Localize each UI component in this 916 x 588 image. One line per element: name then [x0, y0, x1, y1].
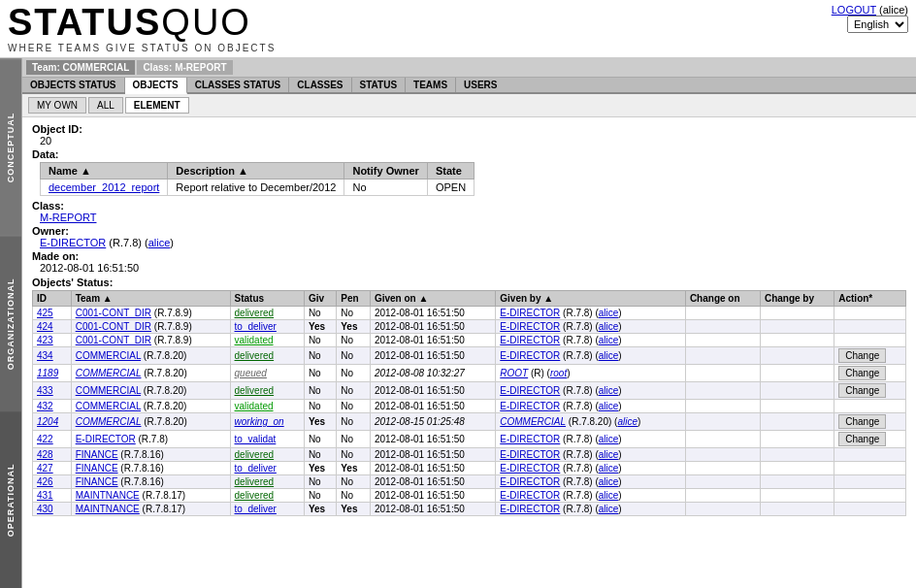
language-dropdown[interactable]: English French [847, 16, 908, 33]
change-button[interactable]: Change [838, 383, 886, 398]
row-id-link[interactable]: 1189 [37, 368, 58, 378]
row-id-link[interactable]: 426 [37, 476, 53, 487]
row-team-link[interactable]: COMMERCIAL [76, 368, 142, 378]
row-status-link[interactable]: working_on [235, 416, 284, 427]
row-given-by-link[interactable]: E-DIRECTOR [500, 449, 560, 460]
row-team-link[interactable]: FINANCE [76, 476, 118, 487]
row-status-link[interactable]: to_deliver [235, 463, 277, 474]
owner-user-link[interactable]: alice [148, 237, 171, 248]
row-team-link[interactable]: E-DIRECTOR [76, 434, 136, 444]
row-given-by-link[interactable]: E-DIRECTOR [500, 504, 560, 514]
row-id-link[interactable]: 430 [37, 504, 53, 514]
row-status-link[interactable]: to_deliver [235, 504, 277, 514]
row-status-link[interactable]: to_deliver [235, 321, 277, 332]
row-id-link[interactable]: 432 [37, 401, 53, 411]
row-given-by-link[interactable]: E-DIRECTOR [500, 463, 560, 474]
row-given-by-user-link[interactable]: alice [599, 350, 619, 361]
row-team-link[interactable]: MAINTNANCE [76, 504, 140, 514]
tab-objects-status[interactable]: OBJECTS STATUS [22, 78, 125, 92]
object-name-link[interactable]: december_2012_report [49, 181, 159, 193]
row-given-by-user-link[interactable]: alice [599, 449, 619, 460]
row-given-by-user-link[interactable]: alice [599, 463, 619, 474]
tab-classes-status[interactable]: CLASSES STATUS [187, 78, 290, 92]
tab-classes[interactable]: CLASSES [289, 78, 351, 92]
row-given-by-user-link[interactable]: alice [617, 416, 638, 427]
row-status-link[interactable]: delivered [235, 449, 275, 460]
row-given-by-user-link[interactable]: alice [599, 308, 619, 318]
change-button[interactable]: Change [838, 348, 886, 363]
row-team-link[interactable]: COMMERCIAL [76, 416, 142, 427]
row-given-by-user-link[interactable]: root [550, 368, 567, 378]
tab-users[interactable]: USERS [456, 78, 505, 92]
row-id-link[interactable]: 423 [37, 335, 53, 345]
row-team-link[interactable]: C001-CONT_DIR [76, 321, 151, 332]
row-given-by-user-link[interactable]: alice [599, 434, 619, 444]
row-given-by-user-link[interactable]: alice [599, 504, 619, 514]
row-given-by-link[interactable]: E-DIRECTOR [500, 385, 560, 396]
row-team-link[interactable]: FINANCE [76, 463, 118, 474]
row-given-by-user-link[interactable]: alice [599, 385, 619, 396]
row-given-by-link[interactable]: ROOT [500, 368, 528, 378]
tab-teams[interactable]: TEAMS [406, 78, 456, 92]
row-status-link[interactable]: validated [235, 335, 274, 345]
change-button[interactable]: Change [838, 366, 886, 380]
tab-objects[interactable]: OBJECTS [125, 78, 187, 94]
owner-team-link[interactable]: E-DIRECTOR [40, 237, 106, 248]
row-status-link[interactable]: to_validat [235, 434, 277, 444]
row-given-by-user-link[interactable]: alice [599, 321, 619, 332]
row-team-link[interactable]: C001-CONT_DIR [76, 308, 151, 318]
owner-label: Owner: [32, 225, 69, 237]
row-id-link[interactable]: 434 [37, 350, 53, 361]
table-row: 422E-DIRECTOR (R.7.8)to_validatNoNo2012-… [33, 431, 906, 448]
row-status-link[interactable]: delivered [235, 308, 275, 318]
row-id-link[interactable]: 433 [37, 385, 53, 396]
change-button[interactable]: Change [838, 432, 886, 446]
top-right: LOGOUT (alice) English French [832, 4, 908, 33]
row-given-by-link[interactable]: E-DIRECTOR [500, 434, 560, 444]
sub-tab-all[interactable]: ALL [88, 97, 123, 114]
row-status-link[interactable]: delivered [235, 350, 275, 361]
row-id-link[interactable]: 424 [37, 321, 53, 332]
row-given-by-user-link[interactable]: alice [599, 335, 619, 345]
row-given-by-link[interactable]: E-DIRECTOR [500, 490, 560, 501]
row-given-by-link[interactable]: E-DIRECTOR [500, 476, 560, 487]
row-team-link[interactable]: COMMERCIAL [76, 350, 141, 361]
class-value-link[interactable]: M-REPORT [40, 212, 96, 223]
user-name: (alice) [879, 4, 908, 16]
col-description: Description ▲ [168, 163, 344, 180]
row-given-by-user-link[interactable]: alice [599, 401, 619, 411]
row-id-link[interactable]: 431 [37, 490, 53, 501]
col-state: State [427, 163, 474, 180]
row-given-by-link[interactable]: COMMERCIAL [500, 416, 566, 427]
row-status-link[interactable]: queued [235, 368, 267, 378]
row-team-link[interactable]: FINANCE [76, 449, 118, 460]
row-id-link[interactable]: 428 [37, 449, 53, 460]
row-team-link[interactable]: COMMERCIAL [76, 401, 141, 411]
row-status-link[interactable]: delivered [235, 490, 275, 501]
row-status-link[interactable]: delivered [235, 385, 275, 396]
row-given-by-link[interactable]: E-DIRECTOR [500, 308, 560, 318]
row-given-by-user-link[interactable]: alice [599, 476, 619, 487]
row-given-by-link[interactable]: E-DIRECTOR [500, 321, 560, 332]
row-id-link[interactable]: 425 [37, 308, 53, 318]
row-status-link[interactable]: delivered [235, 476, 275, 487]
sub-tab-element[interactable]: ELEMENT [125, 97, 189, 114]
row-given-by-link[interactable]: E-DIRECTOR [500, 350, 560, 361]
row-team-link[interactable]: C001-CONT_DIR [76, 335, 151, 345]
row-id-link[interactable]: 1204 [37, 416, 58, 427]
row-id-link[interactable]: 427 [37, 463, 53, 474]
row-id-link[interactable]: 422 [37, 434, 53, 444]
row-team-link[interactable]: MAINTNANCE [76, 490, 140, 501]
main-content: Object ID: 20 Data: Name ▲ Description ▲… [22, 117, 916, 522]
change-button[interactable]: Change [838, 414, 886, 429]
tab-status[interactable]: STATUS [352, 78, 407, 92]
row-status-link[interactable]: validated [235, 401, 274, 411]
sub-tab-my-own[interactable]: MY OWN [28, 97, 86, 114]
row-pen: No [337, 431, 371, 448]
row-given-by-link[interactable]: E-DIRECTOR [500, 335, 560, 345]
language-selector[interactable]: English French [847, 16, 908, 33]
logout-button[interactable]: LOGOUT [832, 4, 876, 16]
row-team-link[interactable]: COMMERCIAL [76, 385, 141, 396]
row-given-by-user-link[interactable]: alice [599, 490, 619, 501]
row-given-by-link[interactable]: E-DIRECTOR [500, 401, 560, 411]
